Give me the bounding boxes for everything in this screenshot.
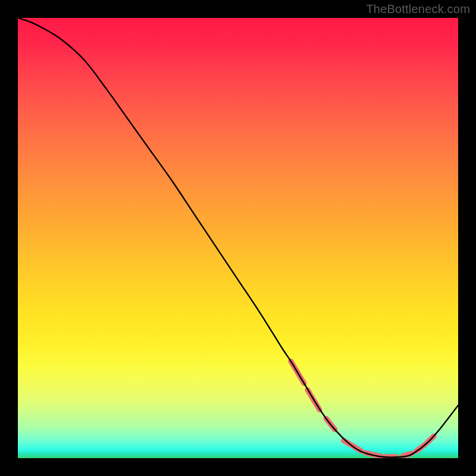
chart-overlay xyxy=(18,18,458,458)
attribution-text: TheBottleneck.com xyxy=(366,2,470,16)
highlight-group xyxy=(291,361,434,457)
chart-stage: TheBottleneck.com xyxy=(0,0,476,476)
bottleneck-curve xyxy=(18,18,458,458)
plot-area xyxy=(18,18,458,458)
